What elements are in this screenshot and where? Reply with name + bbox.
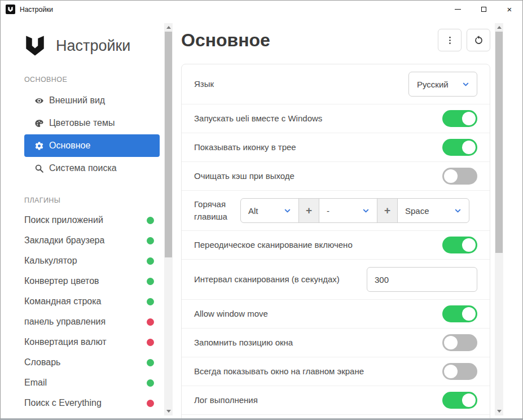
sidebar-item-label: Внешний вид <box>49 95 105 106</box>
hotkey-select[interactable]: Alt <box>241 199 298 222</box>
toggle-knob <box>462 112 476 125</box>
maximize-icon <box>481 7 486 12</box>
sidebar-plugin-item[interactable]: Калькулятор <box>24 251 160 271</box>
window-title: Настройки <box>20 6 53 14</box>
minimize-button[interactable] <box>445 1 471 18</box>
plugin-label: Email <box>24 378 47 388</box>
chevron-down-icon <box>454 207 462 215</box>
status-dot <box>147 400 154 407</box>
more-options-button[interactable] <box>438 29 462 51</box>
sidebar-plugin-item[interactable]: Закладки браузера <box>24 230 160 251</box>
minimize-icon <box>455 9 461 10</box>
sidebar-plugin-item[interactable]: Командная строка <box>24 291 160 312</box>
setting-toggle[interactable] <box>442 168 477 185</box>
toggle-knob <box>444 365 458 378</box>
setting-row: Горячая главишаAlt+-+Space <box>182 190 490 230</box>
plugin-label: Словарь <box>24 357 60 368</box>
setting-label: Интервал сканирования (в секундах) <box>194 273 367 286</box>
setting-label: Очищать кэш при выходе <box>194 170 442 182</box>
hotkey-group[interactable]: Alt+-+Space <box>240 198 469 223</box>
setting-row: Лог выполнения <box>182 386 490 414</box>
status-dot <box>147 257 154 265</box>
setting-toggle[interactable] <box>442 334 477 351</box>
select-value: Русский <box>417 80 449 89</box>
sidebar-plugin-item[interactable]: панель управления <box>24 312 160 332</box>
setting-toggle[interactable] <box>442 139 477 156</box>
plugin-label: Поиск с Everything <box>24 398 102 408</box>
gear-icon <box>34 141 44 151</box>
sidebar-plugin-item[interactable]: Конвертация валют <box>24 332 160 352</box>
hotkey-plus-button[interactable]: + <box>298 199 319 222</box>
sidebar-plugin-item[interactable]: Поиск приложений <box>24 210 160 230</box>
scroll-up-button[interactable] <box>495 23 503 32</box>
select-value: Alt <box>248 206 258 216</box>
sidebar-item-label: Цветовые темы <box>49 118 115 128</box>
scrollbar-thumb[interactable] <box>495 32 503 253</box>
plugin-label: Командная строка <box>24 296 102 307</box>
window-controls: × <box>445 1 522 18</box>
close-button[interactable]: × <box>496 1 522 18</box>
setting-row: Запомнить позицию окна <box>182 328 490 357</box>
sidebar-plugin-item[interactable]: Email <box>24 373 160 393</box>
plugin-label: панель управления <box>24 317 106 327</box>
setting-toggle[interactable] <box>442 305 477 322</box>
setting-toggle[interactable] <box>442 110 477 127</box>
sidebar-nav-item[interactable]: Система поиска <box>24 157 160 180</box>
settings-window: Настройки × Настройки ОСНОВНОЕВнешний ви… <box>0 0 523 420</box>
kebab-menu-icon <box>445 35 455 46</box>
arrow-up-icon <box>497 26 502 29</box>
setting-label: Запускать ueli вместе с Windows <box>194 112 442 125</box>
select-value: Space <box>405 206 429 216</box>
scan-interval-input[interactable] <box>367 267 477 292</box>
sidebar-sections: ОСНОВНОЕВнешний видЦветовые темыОсновное… <box>1 76 173 413</box>
status-dot <box>147 339 154 346</box>
reset-settings-button[interactable] <box>467 29 490 51</box>
setting-row: Показывать иконку в трее <box>182 133 490 161</box>
setting-label: Allow window move <box>194 308 442 320</box>
sidebar-item-label: Основное <box>49 141 90 151</box>
chevron-down-icon <box>362 207 370 215</box>
setting-label: Показывать иконку в трее <box>194 141 442 154</box>
sidebar-nav-item[interactable]: Внешний вид <box>24 89 160 112</box>
sidebar-app-title: Настройки <box>56 37 130 55</box>
toggle-knob <box>462 238 476 252</box>
hotkey-select[interactable]: Space <box>398 199 469 222</box>
hotkey-plus-button[interactable]: + <box>377 199 398 222</box>
sidebar-scrollbar[interactable] <box>164 23 173 415</box>
toggle-knob <box>444 169 458 183</box>
main-scrollbar[interactable] <box>495 23 503 415</box>
sidebar-section-label: ОСНОВНОЕ <box>24 76 160 84</box>
sidebar-plugin-item[interactable]: Конвертер цветов <box>24 271 160 291</box>
plugin-label: Закладки браузера <box>24 235 104 246</box>
sidebar-item-label: Система поиска <box>49 163 117 173</box>
search-icon <box>34 164 44 173</box>
setting-row: Всегда показывать окно на главном экране <box>182 357 490 386</box>
arrow-down-icon <box>497 410 502 413</box>
setting-row: Интервал сканирования (в секундах) <box>182 259 490 299</box>
setting-toggle[interactable] <box>442 363 477 380</box>
scrollbar-thumb[interactable] <box>165 32 172 257</box>
sidebar-nav-item[interactable]: Основное <box>24 134 160 157</box>
sidebar-plugin-item[interactable]: Поиск с Everything <box>24 393 160 413</box>
arrow-down-icon <box>166 410 171 413</box>
select-value: - <box>327 206 329 216</box>
sidebar-section-label: ПЛАГИНЫ <box>24 196 160 204</box>
scroll-up-button[interactable] <box>164 23 173 32</box>
main-header: Основное <box>181 29 490 51</box>
toggle-knob <box>444 336 458 349</box>
ueli-logo-icon <box>23 33 47 59</box>
setting-toggle[interactable] <box>442 237 477 253</box>
scroll-down-button[interactable] <box>164 407 173 415</box>
sidebar-nav-item[interactable]: Цветовые темы <box>24 112 160 134</box>
language-select[interactable]: Русский <box>408 72 477 97</box>
setting-toggle[interactable] <box>442 392 477 409</box>
sidebar-plugin-item[interactable]: Словарь <box>24 352 160 373</box>
ueli-logo-icon <box>6 5 15 14</box>
toggle-knob <box>462 141 476 154</box>
maximize-button[interactable] <box>471 1 496 18</box>
scroll-down-button[interactable] <box>495 407 503 415</box>
status-dot <box>147 298 154 305</box>
settings-card: ЯзыкРусскийЗапускать ueli вместе с Windo… <box>181 64 490 418</box>
hotkey-select[interactable]: - <box>319 199 377 222</box>
palette-icon <box>34 119 44 128</box>
